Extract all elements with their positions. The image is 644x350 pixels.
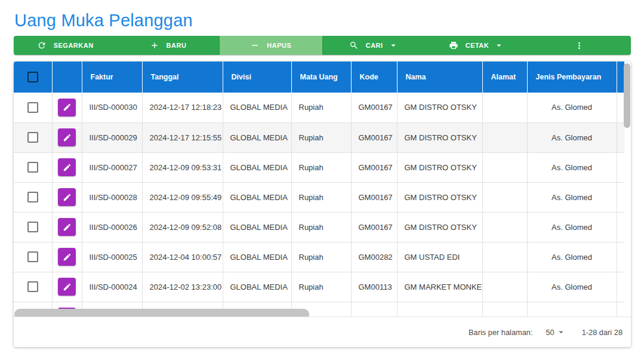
more-options-button[interactable]	[528, 36, 631, 55]
baru-button[interactable]: BARU	[116, 36, 219, 55]
segarkan-label: SEGARKAN	[54, 42, 94, 49]
table-row[interactable]: III/SD-000029 2024-12-17 12:15:55 GLOBAL…	[14, 122, 624, 152]
cell-tanggal: 2024-12-04 10:00:57	[142, 242, 223, 272]
cell-alamat	[482, 212, 527, 242]
print-icon	[449, 41, 458, 50]
cell-tanggal: 2024-12-17 12:18:23	[142, 93, 223, 122]
table-row[interactable]: III/SD-000025 2024-12-04 10:00:57 GLOBAL…	[14, 242, 624, 272]
cell-jenis-pembayaran: As. Glomed	[527, 182, 617, 212]
table-row[interactable]: III/SD-000028 2024-12-09 09:55:49 GLOBAL…	[14, 182, 624, 212]
toolbar: SEGARKAN BARU HAPUS CARI CETAK	[14, 36, 631, 55]
row-checkbox[interactable]	[27, 192, 38, 202]
cell-kode: GM00167	[351, 93, 397, 122]
cell-divisi: GLOBAL MEDIA	[223, 93, 291, 122]
table-row[interactable]: III/SD-000027 2024-12-09 09:53:31 GLOBAL…	[14, 152, 624, 182]
edit-button[interactable]	[58, 218, 76, 236]
hapus-button[interactable]: HAPUS	[220, 36, 322, 55]
edit-button[interactable]	[58, 128, 76, 146]
page: Uang Muka Pelanggan SEGARKAN BARU HAPUS …	[0, 0, 644, 347]
row-checkbox[interactable]	[27, 132, 38, 143]
rows-per-page-label: Baris per halaman:	[469, 328, 532, 337]
cell-nama: GM MARKET MONKEY	[397, 272, 482, 302]
cell-nama: GM DISTRO OTSKY	[397, 122, 482, 152]
select-all-checkbox[interactable]	[27, 72, 38, 82]
cell-kode: GM00167	[351, 122, 397, 152]
row-checkbox[interactable]	[27, 281, 38, 292]
table-row[interactable]: III/SD-000024 2024-12-02 13:23:00 GLOBAL…	[14, 272, 624, 302]
pencil-icon	[63, 223, 72, 232]
cell-mata-uang: Rupiah	[291, 242, 351, 272]
cell-jenis-pembayaran: As. Glomed	[527, 272, 617, 302]
row-checkbox[interactable]	[27, 251, 38, 262]
cell-spacer	[617, 182, 624, 212]
cell-tanggal: 2024-12-09 09:52:08	[142, 212, 223, 242]
vertical-scrollbar-thumb[interactable]	[624, 63, 630, 128]
column-header-jenis-pembayaran: Jenis Pembayaran	[527, 62, 617, 93]
segarkan-button[interactable]: SEGARKAN	[14, 36, 116, 55]
edit-button[interactable]	[58, 278, 76, 296]
cari-button[interactable]: CARI	[322, 36, 425, 55]
column-header-nama: Nama	[397, 62, 482, 93]
hapus-label: HAPUS	[267, 42, 291, 49]
cell-nama: GM DISTRO OTSKY	[397, 182, 482, 212]
cell-tanggal: 2024-12-09 09:53:31	[142, 152, 223, 182]
cell-nama: GM DISTRO OTSKY	[397, 212, 482, 242]
cell-mata-uang: Rupiah	[291, 212, 351, 242]
cell-alamat	[482, 93, 527, 122]
rows-per-page-select[interactable]: 50	[546, 327, 566, 337]
table-header: Faktur Tanggal Divisi Mata Uang Kode Nam…	[14, 62, 624, 93]
table-row[interactable]: III/SD-000030 2024-12-17 12:18:23 GLOBAL…	[14, 93, 624, 122]
cari-label: CARI	[366, 42, 383, 49]
cell-faktur: III/SD-000027	[82, 152, 142, 182]
data-table-card: Faktur Tanggal Divisi Mata Uang Kode Nam…	[14, 62, 631, 347]
minus-icon	[250, 41, 260, 50]
cell-edit	[52, 182, 82, 212]
cell-edit	[52, 242, 82, 272]
edit-column-header	[52, 62, 82, 93]
dropdown-caret-icon	[388, 40, 399, 51]
cell-nama: GM DISTRO OTSKY	[397, 152, 482, 182]
cell-jenis-pembayaran: As. Glomed	[527, 242, 617, 272]
cell-jenis-pembayaran: As. Glomed	[527, 122, 617, 152]
cetak-label: CETAK	[466, 42, 489, 49]
cell-select	[14, 122, 52, 152]
cetak-button[interactable]: CETAK	[425, 36, 528, 55]
column-header-divisi: Divisi	[223, 62, 291, 93]
horizontal-scrollbar-thumb[interactable]	[14, 309, 309, 317]
cell-kode: GM00282	[351, 242, 397, 272]
cell-faktur: III/SD-000024	[82, 272, 142, 302]
cell-divisi: GLOBAL MEDIA	[223, 212, 291, 242]
pagination-range: 1-28 dari 28	[582, 328, 623, 337]
rows-per-page-value: 50	[546, 328, 554, 337]
cell-faktur: III/SD-000029	[82, 122, 142, 152]
row-checkbox[interactable]	[27, 162, 38, 173]
cell-tanggal: 2024-12-17 12:15:55	[142, 122, 223, 152]
cell-faktur: III/SD-000028	[82, 182, 142, 212]
cell-spacer	[617, 242, 624, 272]
edit-button[interactable]	[58, 188, 76, 206]
cell-jenis-pembayaran: As. Glomed	[527, 152, 617, 182]
pencil-icon	[63, 103, 72, 112]
cell-spacer	[617, 212, 624, 242]
cell-tanggal: 2024-12-09 09:55:49	[142, 182, 223, 212]
cell-faktur: III/SD-000030	[82, 93, 142, 122]
cell-spacer	[617, 152, 624, 182]
cell-mata-uang: Rupiah	[291, 152, 351, 182]
cell-spacer	[617, 272, 624, 302]
edit-button[interactable]	[58, 99, 76, 116]
row-checkbox[interactable]	[27, 222, 38, 232]
cell-alamat	[482, 242, 527, 272]
row-checkbox[interactable]	[27, 102, 38, 113]
pagination-bar: Baris per halaman: 50 1-28 dari 28	[14, 317, 631, 347]
edit-button[interactable]	[58, 158, 76, 176]
cell-edit	[52, 122, 82, 152]
table-row[interactable]: III/SD-000026 2024-12-09 09:52:08 GLOBAL…	[14, 212, 624, 242]
select-all-header	[14, 62, 52, 93]
table-viewport: Faktur Tanggal Divisi Mata Uang Kode Nam…	[14, 62, 631, 317]
edit-button[interactable]	[58, 248, 76, 266]
cell-alamat	[482, 122, 527, 152]
data-table: Faktur Tanggal Divisi Mata Uang Kode Nam…	[14, 62, 624, 317]
search-icon	[349, 41, 359, 50]
cell-mata-uang: Rupiah	[291, 182, 351, 212]
cell-edit	[52, 212, 82, 242]
